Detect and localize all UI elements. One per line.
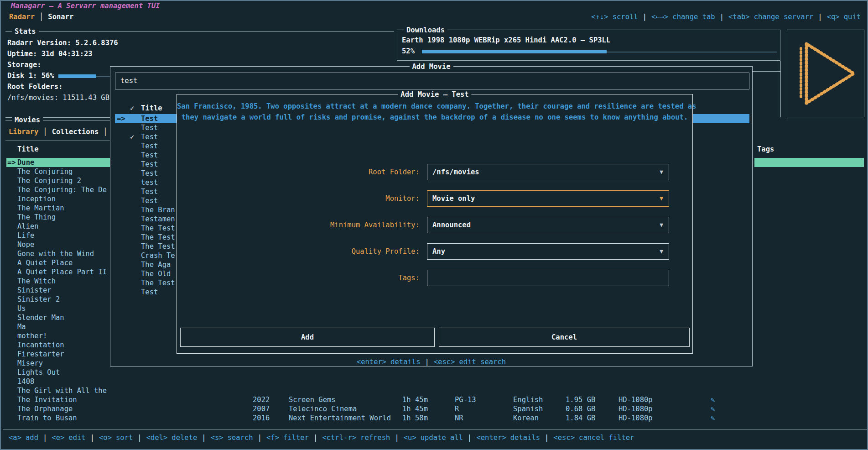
movie-search-input[interactable]: test	[115, 73, 749, 89]
movies-tabs: Library │Collections│	[9, 127, 112, 137]
cell-rating: R	[455, 404, 459, 413]
keybind-hint: |<e>edit	[38, 433, 86, 443]
movie-list-item[interactable]: Us	[6, 304, 110, 313]
result-title: The Aga	[141, 260, 171, 269]
movie-title: 1408	[17, 377, 34, 386]
select-value: Movie only	[432, 191, 475, 206]
select-value: /nfs/movies	[432, 164, 479, 180]
result-title: Test	[141, 151, 158, 160]
movies-tab[interactable]: Library	[9, 127, 38, 137]
form-select[interactable]: Announced ▼	[427, 217, 669, 233]
form-select[interactable]: Any ▼	[427, 243, 669, 260]
select-value: Announced	[432, 217, 471, 233]
library-table-row[interactable]: 2007 Telecinco Cinema 1h 45m R Spanish 0…	[1, 404, 868, 413]
keybind-label: add	[26, 434, 38, 442]
keybind-label: details	[390, 358, 420, 366]
movie-list-item[interactable]: The Thing	[6, 213, 110, 222]
keybind-separator: |	[86, 434, 99, 442]
servarr-tab[interactable]: │Sonarr	[35, 12, 73, 22]
cell-studio: Next Entertainment World	[289, 413, 391, 423]
keybind-label: edit	[68, 434, 85, 442]
movie-list-item[interactable]: The Conjuring	[6, 167, 110, 176]
movies-tab[interactable]: │Collections│	[38, 127, 112, 137]
keybind-key: <←→>	[651, 13, 668, 21]
movie-list-item[interactable]: Inception	[6, 194, 110, 204]
storage-label: Storage:	[7, 60, 42, 69]
library-table-row[interactable]: 2022 Screen Gems 1h 45m PG-13 English 1.…	[1, 395, 868, 404]
keybind-key: <f>	[266, 434, 279, 442]
movie-overview-line2: they navigate a world full of risks and …	[177, 113, 692, 122]
selected-row-tags-cell	[754, 158, 864, 167]
movie-list-item[interactable]: => Dune	[6, 158, 110, 167]
edit-pencil-icon[interactable]: ✎	[711, 404, 715, 413]
movie-list-item[interactable]: mother!	[6, 331, 110, 340]
servarr-tabs: Radarr │Sonarr	[9, 12, 73, 22]
add-button[interactable]: Add	[180, 328, 435, 347]
movie-list-item[interactable]: Slender Man	[6, 313, 110, 322]
movie-title: The Martian	[17, 204, 64, 213]
edit-pencil-icon[interactable]: ✎	[711, 395, 715, 404]
form-select[interactable]: /nfs/movies ▼	[427, 164, 669, 180]
movie-list-item[interactable]: Firestarter	[6, 350, 110, 359]
movie-list-item[interactable]: Alien	[6, 222, 110, 231]
tags-column-header: Tags	[757, 145, 774, 154]
radarr-version: Radarr Version: 5.2.6.8376	[7, 38, 118, 47]
movie-title: The Witch	[17, 277, 56, 286]
cancel-button[interactable]: Cancel	[439, 328, 690, 347]
movie-title: The Conjuring	[17, 167, 73, 176]
selection-prefix-icon: =>	[7, 158, 16, 167]
movie-title: Slender Man	[17, 313, 64, 322]
form-select[interactable]	[427, 270, 669, 286]
result-title: test	[141, 178, 158, 187]
keybind-key: <a>	[9, 434, 21, 442]
movie-list-item[interactable]: Lights Out	[6, 368, 110, 377]
gauge-fill	[58, 74, 96, 78]
cell-quality: HD-1080p	[619, 413, 653, 423]
movie-list-item[interactable]: A Quiet Place Part II	[6, 267, 110, 277]
movie-title: Ma	[17, 322, 26, 331]
add-movie-popup-title: Add Movie	[410, 62, 453, 71]
movie-list-item[interactable]: Life	[6, 231, 110, 240]
uptime: Uptime: 31d 04:31:23	[7, 49, 93, 58]
keybind-label: details	[510, 434, 540, 442]
movie-list-item[interactable]: Sinister	[6, 286, 110, 295]
downloads-panel: Downloads Earth 1998 1080p WEBRip x265 H…	[397, 30, 780, 61]
movie-list-item[interactable]: The Conjuring: The De	[6, 185, 110, 194]
movie-title: The Conjuring 2	[17, 176, 81, 185]
keybind-hint: |<esc>edit search	[420, 357, 506, 367]
movies-list: => Dune The Conjuring The Conjuring 2 Th…	[6, 158, 110, 423]
result-title: Test	[141, 114, 158, 123]
movie-list-item[interactable]: Misery	[6, 359, 110, 368]
movie-list-item[interactable]: The Girl with All the	[6, 386, 110, 395]
movies-tabs-border	[5, 141, 110, 141]
movie-list-item[interactable]: Incantation	[6, 340, 110, 350]
edit-pencil-icon[interactable]: ✎	[711, 413, 715, 423]
form-select[interactable]: Movie only ▼	[427, 190, 669, 207]
cell-studio: Telecinco Cinema	[289, 404, 357, 413]
movie-list-item[interactable]: Ma	[6, 322, 110, 331]
result-title: Test	[141, 141, 158, 151]
movie-title: Life	[17, 231, 34, 240]
movie-list-item[interactable]: Gone with the Wind	[6, 249, 110, 258]
movie-list-item[interactable]: Sinister 2	[6, 295, 110, 304]
cell-year: 2007	[253, 404, 270, 413]
movie-title: Alien	[17, 222, 39, 231]
movie-list-item[interactable]: Nope	[6, 240, 110, 249]
global-keybind-help: <↑↓>scroll |<←→>change tab |<tab>change …	[591, 12, 861, 22]
keybind-separator: |	[420, 358, 433, 366]
keybind-key: <enter>	[357, 358, 386, 366]
keybind-label: change servarr	[754, 13, 814, 21]
library-table-row[interactable]: 2016 Next Entertainment World 1h 58m NR …	[1, 413, 868, 423]
movie-title: Dune	[17, 158, 34, 167]
movie-list-item[interactable]: The Conjuring 2	[6, 176, 110, 185]
movie-list-item[interactable]: 1408	[6, 377, 110, 386]
movie-list-item[interactable]: The Martian	[6, 204, 110, 213]
servarr-tab[interactable]: Radarr	[9, 12, 35, 22]
movie-list-item[interactable]: A Quiet Place	[6, 258, 110, 267]
add-movie-form: Root Folder: /nfs/movies ▼ Monitor: Movi…	[177, 164, 692, 296]
keybind-hint: |<f>filter	[253, 433, 309, 443]
movie-list-item[interactable]: The Witch	[6, 277, 110, 286]
result-title: The Old	[141, 269, 171, 278]
movie-title: A Quiet Place	[17, 258, 73, 267]
disk-usage-label: Disk 1: 56%	[7, 71, 54, 80]
